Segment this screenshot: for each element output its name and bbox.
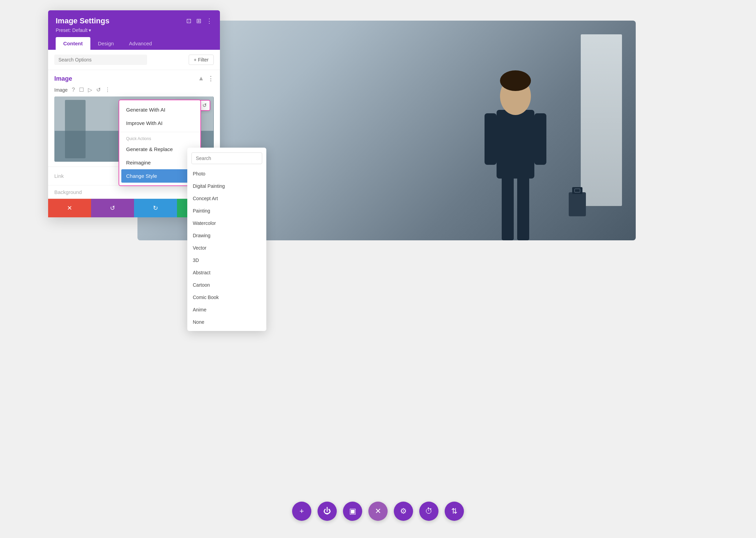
style-submenu: Photo Digital Painting Concept Art Paint… xyxy=(187,148,266,331)
improve-with-ai-item[interactable]: Improve With AI xyxy=(119,116,200,130)
image-label: Image xyxy=(54,87,68,93)
generate-with-ai-item[interactable]: Generate With AI xyxy=(119,103,200,116)
style-item-digital-painting[interactable]: Digital Painting xyxy=(187,180,266,192)
cancel-button[interactable]: ✕ xyxy=(48,199,91,217)
controls-more-icon[interactable]: ⋮ xyxy=(105,87,110,93)
svg-rect-4 xyxy=(534,113,546,165)
more-icon[interactable]: ⋮ xyxy=(206,17,212,25)
collapse-icon[interactable]: ▲ xyxy=(198,75,204,82)
change-style-item[interactable]: Change Style ↗ xyxy=(121,169,198,183)
dropdown-divider xyxy=(119,132,200,132)
building-right xyxy=(581,34,622,206)
quick-actions-label: Quick Actions xyxy=(119,134,200,142)
svg-rect-3 xyxy=(485,113,497,165)
close-button[interactable]: ✕ xyxy=(368,502,388,521)
power-button[interactable]: ⏻ xyxy=(318,502,337,521)
svg-rect-1 xyxy=(517,172,529,240)
history-button[interactable]: ⏱ xyxy=(419,502,438,521)
undo-button[interactable]: ↺ xyxy=(91,199,134,217)
panel-header-icons: ⊡ ⊞ ⋮ xyxy=(186,17,212,25)
svg-rect-0 xyxy=(502,172,514,240)
layout-button[interactable]: ▣ xyxy=(343,502,362,521)
tab-advanced[interactable]: Advanced xyxy=(121,37,159,50)
image-section-label: Image ▲ ⋮ xyxy=(48,70,220,85)
search-bar: + Filter xyxy=(48,50,220,70)
cursor-icon[interactable]: ▷ xyxy=(88,87,92,93)
svg-rect-7 xyxy=(569,192,586,216)
svg-rect-2 xyxy=(497,110,534,179)
panel-preset[interactable]: Preset: Default ▾ xyxy=(56,27,212,33)
image-label-text: Image xyxy=(54,75,72,82)
grid-icon[interactable]: ⊞ xyxy=(196,17,201,25)
screenshot-icon[interactable]: ⊡ xyxy=(186,17,191,25)
style-item-3d[interactable]: 3D xyxy=(187,254,266,266)
style-item-none[interactable]: None xyxy=(187,316,266,328)
style-item-cartoon[interactable]: Cartoon xyxy=(187,279,266,291)
suitcase xyxy=(567,185,588,220)
man-figure xyxy=(464,41,567,240)
refresh-icon[interactable]: ↺ xyxy=(202,102,207,108)
svg-point-6 xyxy=(500,70,531,91)
reset-icon[interactable]: ↺ xyxy=(96,87,101,93)
style-search-input[interactable] xyxy=(191,152,262,164)
section-more-icon[interactable]: ⋮ xyxy=(208,75,214,82)
tab-content[interactable]: Content xyxy=(56,37,90,50)
search-options-input[interactable] xyxy=(54,55,147,65)
svg-rect-8 xyxy=(572,187,582,194)
help-icon[interactable]: ? xyxy=(72,87,75,93)
panel-title: Image Settings xyxy=(56,16,109,25)
tab-design[interactable]: Design xyxy=(90,37,122,50)
panel-header: Image Settings ⊡ ⊞ ⋮ Preset: Default ▾ C… xyxy=(48,10,220,50)
style-item-watercolor[interactable]: Watercolor xyxy=(187,217,266,229)
style-item-photo[interactable]: Photo xyxy=(187,168,266,180)
redo-button[interactable]: ↻ xyxy=(134,199,177,217)
filter-button[interactable]: + Filter xyxy=(189,55,214,65)
style-item-abstract[interactable]: Abstract xyxy=(187,266,266,279)
style-item-painting[interactable]: Painting xyxy=(187,205,266,217)
panel-tabs: Content Design Advanced xyxy=(56,37,212,50)
style-item-vector[interactable]: Vector xyxy=(187,242,266,254)
add-button[interactable]: + xyxy=(292,502,311,521)
sort-button[interactable]: ⇅ xyxy=(445,502,464,521)
bottom-toolbar: + ⏻ ▣ ✕ ⚙ ⏱ ⇅ xyxy=(292,502,464,521)
mobile-icon[interactable]: ☐ xyxy=(79,87,84,93)
style-item-concept-art[interactable]: Concept Art xyxy=(187,192,266,205)
style-item-comic-book[interactable]: Comic Book xyxy=(187,291,266,304)
image-controls-row: Image ? ☐ ▷ ↺ ⋮ xyxy=(48,85,220,96)
background-label: Background xyxy=(54,189,82,195)
gear-button[interactable]: ⚙ xyxy=(394,502,413,521)
style-item-anime[interactable]: Anime xyxy=(187,304,266,316)
style-item-drawing[interactable]: Drawing xyxy=(187,229,266,242)
svg-rect-12 xyxy=(65,100,86,158)
